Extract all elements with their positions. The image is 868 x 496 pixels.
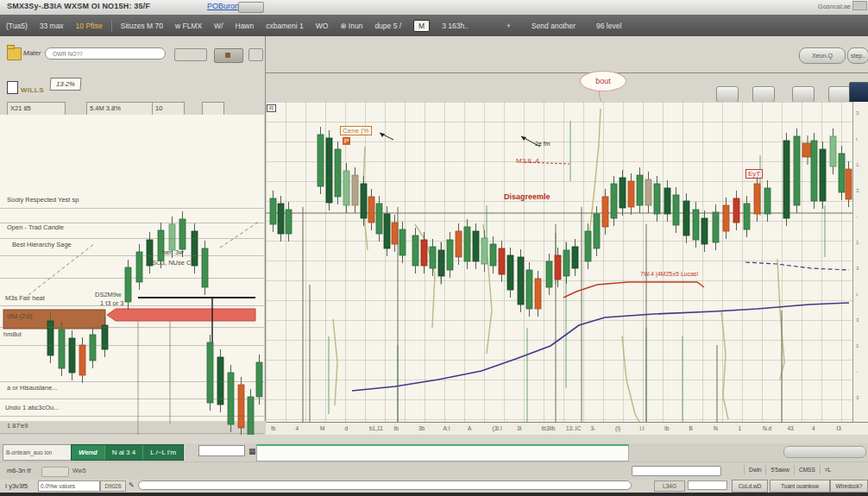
toolbar-right-item-0[interactable]: + (506, 22, 511, 30)
sidebar-tab[interactable]: 13-2% (49, 78, 81, 91)
chart-mini-button-3[interactable] (828, 86, 851, 103)
ma-red-line (563, 282, 704, 298)
candle (645, 179, 651, 205)
toolbar-item-4[interactable]: w FLMX (175, 22, 202, 30)
candle (326, 138, 332, 203)
command-button-2[interactable]: Wtredock? (830, 480, 868, 493)
toolbar-item-12[interactable]: 3 163h.. (442, 22, 469, 30)
title-button[interactable] (238, 2, 264, 13)
status-label: m6-3n tf (7, 467, 31, 474)
candle (473, 231, 479, 261)
trade-input[interactable] (198, 445, 245, 456)
status-button-1[interactable]: 5'5aww (765, 465, 793, 474)
price-axis[interactable]: 3t1.3-13t.31-3 (852, 102, 868, 423)
status-button-3[interactable]: =L (820, 465, 835, 474)
chart-label-3: M3.IL.4 (516, 157, 539, 165)
marker-r: R (267, 104, 276, 112)
bottom-row-status: m6-3n tf Ww5 Dwln5'5awwCMSS=L (0, 461, 868, 480)
sidebar-column-2[interactable]: 10 (152, 102, 185, 116)
sidebar-button-3[interactable] (248, 48, 263, 61)
status-input[interactable] (632, 466, 721, 476)
x-axis-label: N.d (763, 425, 771, 431)
window-bottom-edge (0, 493, 868, 496)
chart-mini-button-2[interactable] (792, 86, 815, 103)
toolbar-item-5[interactable]: W/ (214, 22, 223, 30)
chart-label-6: 7W.4 |4M25±5 Lucas! (640, 271, 699, 277)
trade-button-2[interactable]: L /~L I'm (142, 445, 183, 460)
x-axis-label: 3b (418, 425, 425, 431)
x-axis-label: 3I (517, 425, 521, 431)
status-buttons: Dwln5'5awwCMSS=L (744, 465, 835, 474)
mini-candle (207, 342, 213, 403)
x-axis-label: Ib (271, 425, 275, 431)
candle (701, 218, 708, 244)
command-button-0[interactable]: CoLd.wD (732, 480, 768, 493)
sidebar-column-0[interactable]: X21 85 (7, 102, 66, 116)
mini-candle (125, 267, 131, 302)
chart-label-5: EyT (745, 169, 763, 179)
scrollbar-corner[interactable] (852, 1, 867, 10)
wisp-line (333, 319, 337, 405)
toolbar-item-7[interactable]: cxbameni 1 (266, 22, 303, 30)
candle (585, 231, 591, 261)
toolbar-item-0[interactable]: (Tua5) (6, 22, 28, 30)
candle (744, 204, 750, 229)
toolbar-right-item-1[interactable]: Send another (531, 22, 576, 30)
candle (713, 212, 719, 242)
command-tag: L34G (654, 480, 685, 492)
command-input[interactable] (138, 480, 632, 490)
candle (733, 198, 739, 223)
trade-button-0[interactable]: Wend (72, 445, 104, 460)
toolbar-item-9[interactable]: ⊕ Inun (340, 22, 362, 30)
candle (526, 270, 532, 309)
candle (270, 198, 276, 224)
folder-icon (7, 47, 22, 60)
toolbar-item-8[interactable]: WO (316, 22, 329, 30)
status-pill-button[interactable] (783, 446, 866, 458)
trade-button-1[interactable]: N al 3 4 (104, 445, 143, 460)
mini-candle (136, 252, 142, 282)
sidebar-column-3[interactable] (202, 102, 224, 116)
status-button-0[interactable]: Dwln (744, 465, 765, 474)
main-chart[interactable] (266, 102, 852, 423)
status-button-2[interactable]: CMSS (794, 465, 820, 474)
time-axis[interactable]: Ib4Mdb1,11Ib3bA:IA(3I.I3IIb3Ilb13:.IC3-(… (266, 423, 868, 435)
candle (384, 214, 390, 248)
toolbar-item-11[interactable]: M (413, 20, 430, 32)
corner-button-0[interactable]: Xeon.Q (799, 47, 846, 64)
toolbar-item-1[interactable]: 33 max (40, 22, 64, 30)
trade-buttons-bar: WendN al 3 4L /~L I'm (71, 444, 184, 461)
x-axis-label: 4 (296, 425, 299, 431)
progress-strip (256, 444, 629, 461)
title-bar: SMX3Sy-.B3IA WXSM OI NO15H: 35/F POBuron… (0, 0, 868, 16)
trading-app-window: SMX3Sy-.B3IA WXSM OI NO15H: 35/F POBuron… (0, 0, 868, 496)
status-widget[interactable] (41, 467, 69, 477)
sidebar-search-input[interactable] (45, 47, 166, 60)
chart-mini-button-0[interactable] (716, 86, 739, 103)
toolbar-item-3[interactable]: Situzes M 70 (121, 22, 163, 30)
command-input-2[interactable] (688, 480, 727, 490)
toolbar-right-item-2[interactable]: 96 level (596, 22, 621, 30)
window-title: SMX3Sy-.B3IA WXSM OI NO15H: 35/F (7, 2, 150, 10)
y-axis-label: 3 (856, 266, 859, 271)
salmon-bar (107, 309, 255, 321)
toolbar-item-6[interactable]: Hawn (236, 22, 255, 30)
callout-bubble[interactable]: bout (580, 71, 626, 91)
sidebar-button-1[interactable] (174, 48, 207, 61)
mini-dashed-line (28, 243, 95, 295)
sidebar-button-2[interactable] (214, 48, 243, 63)
title-link[interactable]: POBuron (207, 2, 239, 10)
corner-button-1[interactable]: step.. (847, 47, 868, 64)
command-button-1[interactable]: Tuanl ouankow (770, 480, 830, 493)
x-axis-label: b1,11 (369, 425, 383, 431)
mini-candle (147, 240, 153, 266)
toolbar-item-10[interactable]: dupe 5 / (374, 22, 401, 30)
toolbar-item-2[interactable]: 10 Pftse (76, 22, 103, 30)
chart-mini-button-1[interactable] (752, 86, 775, 103)
x-axis-label: M (320, 425, 324, 431)
x-axis-label: 43 (788, 425, 794, 431)
candle (811, 141, 817, 201)
mini-candle (169, 224, 175, 250)
candle (430, 247, 436, 268)
command-label: I y3v3f5 (5, 482, 28, 490)
